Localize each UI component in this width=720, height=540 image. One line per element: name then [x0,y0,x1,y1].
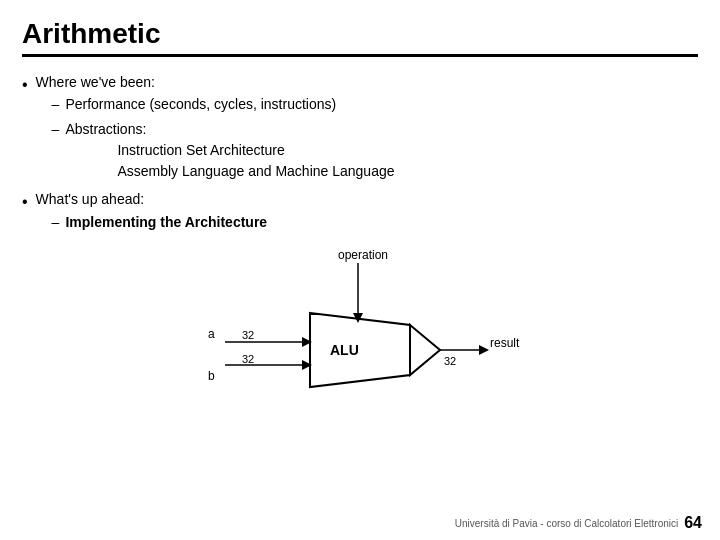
svg-marker-3 [410,325,440,375]
alu-label: ALU [330,342,359,358]
bullet-2: • What's up ahead: – Implementing the Ar… [22,188,698,235]
bullet-2-text: What's up ahead: – Implementing the Arch… [36,188,698,235]
svg-marker-2 [310,313,410,387]
dash-1-1: – [52,93,60,115]
dash-1-2: – [52,118,60,140]
content-area: • Where we've been: – Performance (secon… [22,71,698,235]
dash-2-1: – [52,211,60,233]
alu-svg: operation ALU a 32 b 32 result 32 [190,245,530,435]
32-a-label: 32 [242,329,254,341]
32-result-label: 32 [444,355,456,367]
op-label: operation [338,248,388,262]
page-number: 64 [684,514,702,532]
sub-item-1-2: – Abstractions: Instruction Set Architec… [52,118,698,182]
page-container: Arithmetic • Where we've been: – Perform… [0,0,720,540]
svg-marker-9 [479,345,489,355]
sub-item-1-1: – Performance (seconds, cycles, instruct… [52,93,698,115]
footer: Università di Pavia - corso di Calcolato… [455,514,702,532]
title-underline [22,54,698,57]
sub-sub-1: Instruction Set Architecture [117,140,394,161]
bullet-2-label: What's up ahead: [36,191,145,207]
sub-item-1-2-content: Abstractions: Instruction Set Architectu… [65,118,394,182]
sub-item-2-1: – Implementing the Architecture [52,211,698,233]
bullet-1-text: Where we've been: – Performance (seconds… [36,71,698,184]
result-label: result [490,336,520,350]
page-title: Arithmetic [22,18,698,50]
bullet-1-label: Where we've been: [36,74,155,90]
32-b-label: 32 [242,353,254,365]
b-label: b [208,369,215,383]
bullet-1: • Where we've been: – Performance (secon… [22,71,698,184]
a-label: a [208,327,215,341]
sub-item-1-2-text: Abstractions: [65,121,146,137]
bullet-marker-2: • [22,189,28,215]
sub-item-2-1-text: Implementing the Architecture [65,211,267,233]
bullet-marker-1: • [22,72,28,98]
alu-diagram: operation ALU a 32 b 32 result 32 [190,245,530,435]
sub-sub-2: Assembly Language and Machine Language [117,161,394,182]
sub-sub-items: Instruction Set Architecture Assembly La… [117,140,394,182]
sub-item-1-1-text: Performance (seconds, cycles, instructio… [65,93,336,115]
footer-attribution: Università di Pavia - corso di Calcolato… [455,518,678,529]
